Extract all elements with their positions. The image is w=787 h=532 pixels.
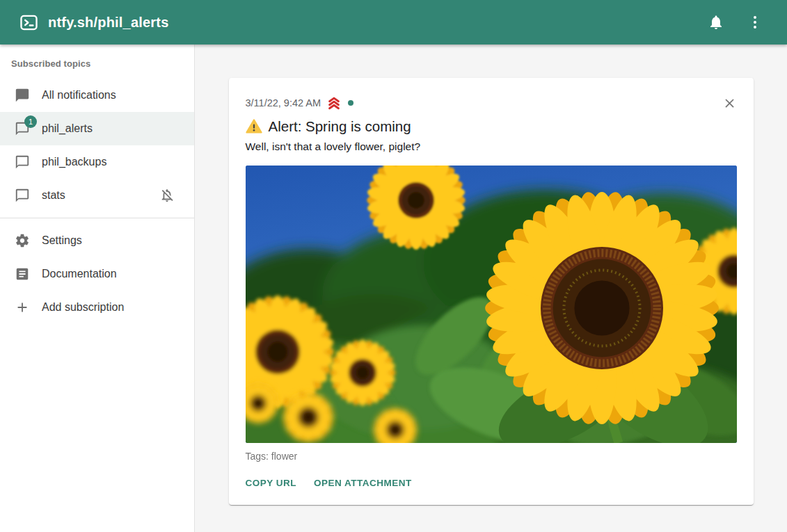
close-icon [722, 96, 737, 111]
notification-title: Alert: Spring is coming [269, 117, 411, 136]
main-content: 3/11/22, 9:42 AM [195, 45, 787, 532]
sidebar: Subscribed topics All notifications 1 ph… [0, 45, 195, 532]
subscribed-topics-label: Subscribed topics [0, 58, 194, 79]
app-bar: ntfy.sh/phil_alerts [0, 0, 787, 45]
warning-icon [246, 118, 262, 135]
attachment-image[interactable] [246, 166, 737, 443]
sidebar-item-add-subscription[interactable]: Add subscription [0, 291, 194, 324]
overflow-menu-button[interactable] [741, 8, 769, 36]
priority-max-icon [326, 95, 342, 111]
kebab-menu-icon [747, 14, 763, 31]
article-icon [14, 266, 31, 282]
sidebar-item-label: Documentation [42, 268, 117, 280]
notifications-button[interactable] [702, 8, 730, 36]
bell-icon [708, 14, 724, 31]
new-indicator-dot [348, 100, 353, 106]
chat-bubble-outline-icon: 1 [14, 120, 31, 137]
sidebar-item-all-notifications[interactable]: All notifications [0, 79, 194, 112]
sidebar-divider [0, 218, 194, 218]
page-title: ntfy.sh/phil_alerts [48, 15, 168, 31]
chat-bubble-filled-icon [14, 87, 31, 104]
sidebar-item-label: phil_backups [42, 156, 106, 168]
sidebar-item-stats[interactable]: stats [0, 179, 194, 212]
open-attachment-button[interactable]: OPEN ATTACHMENT [314, 472, 412, 494]
unread-count-badge: 1 [24, 115, 37, 128]
sidebar-item-documentation[interactable]: Documentation [0, 257, 194, 291]
gear-icon [14, 232, 31, 249]
notification-tags: Tags: flower [246, 449, 737, 463]
notification-body: Well, isn't that a lovely flower, piglet… [246, 139, 737, 154]
chat-bubble-outline-icon [14, 154, 31, 170]
notification-meta-row: 3/11/22, 9:42 AM [246, 95, 737, 111]
sidebar-item-phil-alerts[interactable]: 1 phil_alerts [0, 112, 194, 145]
notifications-off-icon [159, 188, 175, 203]
notification-timestamp: 3/11/22, 9:42 AM [246, 97, 321, 108]
notification-actions: COPY URL OPEN ATTACHMENT [246, 472, 737, 494]
sidebar-item-label: Settings [42, 234, 82, 247]
chat-bubble-outline-icon [14, 187, 31, 204]
sidebar-item-phil-backups[interactable]: phil_backups [0, 145, 194, 179]
sidebar-item-label: phil_alerts [42, 122, 93, 135]
sidebar-item-label: Add subscription [42, 301, 124, 314]
notification-title-row: Alert: Spring is coming [246, 117, 737, 136]
close-notification-button[interactable] [720, 93, 740, 113]
sidebar-item-label: All notifications [42, 89, 116, 102]
copy-url-button[interactable]: COPY URL [246, 472, 297, 494]
sidebar-item-settings[interactable]: Settings [0, 224, 194, 257]
plus-icon [14, 299, 31, 316]
terminal-icon [19, 13, 38, 32]
notification-card: 3/11/22, 9:42 AM [229, 78, 754, 505]
sidebar-item-label: stats [42, 189, 65, 202]
